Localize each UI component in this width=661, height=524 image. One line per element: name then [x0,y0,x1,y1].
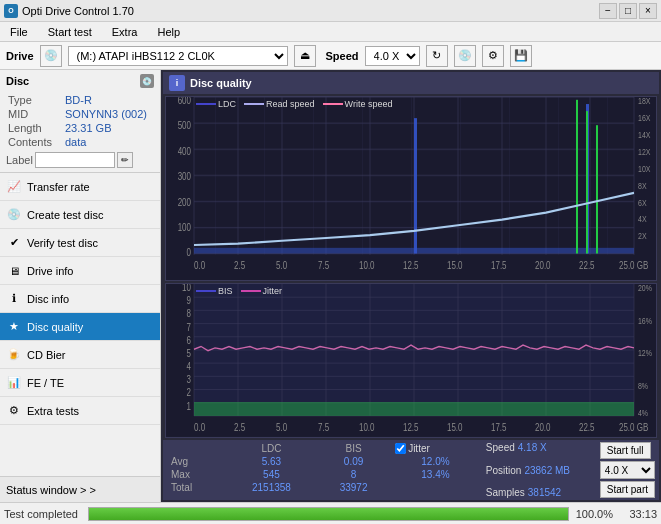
sidebar-item-label: Disc info [27,293,69,305]
save-button[interactable]: 💾 [510,45,532,67]
jitter-label: Jitter [408,443,430,454]
chart-ldc: LDC Read speed Write speed [165,96,657,281]
total-ldc: 2151358 [225,481,318,494]
drive-bar: Drive 💿 (M:) ATAPI iHBS112 2 CL0K ⏏ Spee… [0,42,661,70]
svg-text:5.0: 5.0 [276,259,288,272]
read-speed-legend-label: Read speed [266,99,315,109]
svg-text:8X: 8X [638,179,647,191]
sidebar-item-extra-tests[interactable]: ⚙ Extra tests [0,397,160,425]
svg-text:2.5: 2.5 [234,259,246,272]
ldc-legend-color [196,103,216,105]
speed-info: Speed 4.18 X [486,442,596,453]
sidebar-item-label: Create test disc [27,209,103,221]
disc-contents-row: Contents data [8,136,152,148]
disc-quality-icon: ★ [6,319,22,335]
svg-text:7.5: 7.5 [318,421,329,434]
speed-select[interactable]: 4.0 X 2.0 X 8.0 X Max [365,46,420,66]
start-part-button[interactable]: Start part [600,481,655,498]
contents-value: data [65,136,152,148]
write-speed-legend-label: Write speed [345,99,393,109]
chart2-legend: BIS Jitter [196,286,282,296]
sidebar-nav: 📈 Transfer rate 💿 Create test disc ✔ Ver… [0,173,160,425]
max-jitter: 13.4% [389,468,482,481]
svg-text:8: 8 [187,307,191,320]
max-ldc: 545 [225,468,318,481]
avg-row: Avg 5.63 0.09 12.0% [167,455,482,468]
sidebar-item-transfer-rate[interactable]: 📈 Transfer rate [0,173,160,201]
start-full-button[interactable]: Start full [600,442,651,459]
maximize-button[interactable]: □ [619,3,637,19]
svg-text:2X: 2X [638,230,647,242]
jitter-checkbox[interactable] [395,443,406,454]
sidebar-item-cd-bier[interactable]: 🍺 CD Bier [0,341,160,369]
svg-text:16%: 16% [638,315,652,326]
sidebar-item-disc-quality[interactable]: ★ Disc quality [0,313,160,341]
refresh-button[interactable]: ↻ [426,45,448,67]
svg-text:0: 0 [187,246,192,259]
svg-text:14X: 14X [638,129,651,141]
svg-text:25.0 GB: 25.0 GB [619,259,648,272]
start-part-row: Start part [600,481,655,498]
svg-text:15.0: 15.0 [447,421,463,434]
svg-text:20%: 20% [638,284,652,293]
label-input[interactable] [35,152,115,168]
label-btn[interactable]: ✏ [117,152,133,168]
svg-text:10.0: 10.0 [359,259,375,272]
menu-extra[interactable]: Extra [106,25,144,39]
position-info: Position 23862 MB [486,465,596,476]
menu-help[interactable]: Help [151,25,186,39]
type-label: Type [8,94,63,106]
drive-icon: 💿 [40,45,62,67]
svg-text:20.0: 20.0 [535,259,551,272]
disc-button[interactable]: 💿 [454,45,476,67]
write-speed-legend-item: Write speed [323,99,393,109]
sidebar-item-label: Verify test disc [27,237,98,249]
sidebar-item-label: Disc quality [27,321,83,333]
progress-bar-fill [89,508,568,520]
stats-left: LDC BIS Jitter Avg 5.63 0.09 [167,442,482,498]
chart2-svg: 10 9 8 7 6 5 4 3 2 1 20% 16% 12% 8% 4% [166,284,656,437]
settings-button[interactable]: ⚙ [482,45,504,67]
max-row: Max 545 8 13.4% [167,468,482,481]
disc-mid-row: MID SONYNN3 (002) [8,108,152,120]
app-title: Opti Drive Control 1.70 [22,5,134,17]
avg-ldc: 5.63 [225,455,318,468]
svg-text:5.0: 5.0 [276,421,287,434]
svg-text:7.5: 7.5 [318,259,330,272]
menu-file[interactable]: File [4,25,34,39]
disc-quality-title: Disc quality [190,77,252,89]
stats-right: Speed 4.18 X Position 23862 MB Samples 3… [486,442,596,498]
verify-test-disc-icon: ✔ [6,235,22,251]
status-window-button[interactable]: Status window > > [0,476,160,502]
sidebar-item-disc-info[interactable]: ℹ Disc info [0,285,160,313]
disc-info-section: Disc 💿 Type BD-R MID SONYNN3 (002) Lengt… [0,70,160,173]
stats-table: LDC BIS Jitter Avg 5.63 0.09 [167,442,482,494]
bis-legend-color [196,290,216,292]
bis-legend-item: BIS [196,286,233,296]
progress-text: 100.0% [573,508,613,520]
jitter-legend-color [241,290,261,292]
drive-select[interactable]: (M:) ATAPI iHBS112 2 CL0K [68,46,288,66]
svg-text:12X: 12X [638,146,651,158]
disc-info-header: Disc 💿 [6,74,154,88]
svg-text:4%: 4% [638,407,648,418]
eject-button[interactable]: ⏏ [294,45,316,67]
svg-text:22.5: 22.5 [579,421,595,434]
minimize-button[interactable]: − [599,3,617,19]
length-value: 23.31 GB [65,122,152,134]
svg-text:25.0 GB: 25.0 GB [619,421,648,434]
menu-start-test[interactable]: Start test [42,25,98,39]
drive-label: Drive [6,50,34,62]
sidebar-item-verify-test-disc[interactable]: ✔ Verify test disc [0,229,160,257]
jitter-check-cell: Jitter [389,442,482,455]
status-text: Test completed [4,508,84,520]
speed-combo[interactable]: 4.0 X 2.0 X 8.0 X Max [600,461,655,479]
svg-text:1: 1 [187,400,191,413]
sidebar-item-drive-info[interactable]: 🖥 Drive info [0,257,160,285]
sidebar-item-fe-te[interactable]: 📊 FE / TE [0,369,160,397]
title-bar: O Opti Drive Control 1.70 − □ × [0,0,661,22]
start-full-row: Start full [600,442,655,459]
svg-text:6X: 6X [638,196,647,208]
close-button[interactable]: × [639,3,657,19]
sidebar-item-create-test-disc[interactable]: 💿 Create test disc [0,201,160,229]
